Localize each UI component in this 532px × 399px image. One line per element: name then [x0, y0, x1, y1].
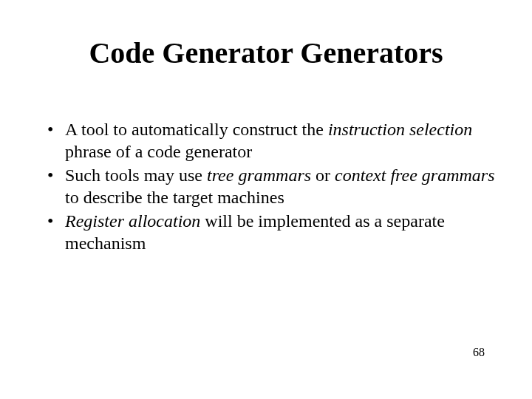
bullet-list: A tool to automatically construct the in… — [44, 118, 495, 254]
slide: Code Generator Generators A tool to auto… — [0, 0, 532, 399]
bullet-text: Such tools may use — [65, 166, 207, 185]
bullet-emphasis: instruction selection — [328, 120, 472, 139]
bullet-emphasis: context free grammars — [335, 166, 494, 185]
slide-body: A tool to automatically construct the in… — [44, 118, 495, 256]
bullet-text: phrase of a code generator — [65, 142, 252, 161]
bullet-emphasis: tree grammars — [207, 166, 311, 185]
bullet-item: A tool to automatically construct the in… — [44, 118, 495, 163]
bullet-item: Such tools may use tree grammars or cont… — [44, 164, 495, 208]
bullet-item: Register allocation will be implemented … — [44, 210, 495, 254]
bullet-text: or — [311, 166, 335, 185]
page-number: 68 — [473, 346, 485, 359]
bullet-emphasis: Register allocation — [65, 211, 200, 231]
bullet-text: A tool to automatically construct the — [65, 120, 328, 139]
slide-title: Code Generator Generators — [0, 35, 532, 70]
bullet-text: to describe the target machines — [65, 188, 284, 207]
